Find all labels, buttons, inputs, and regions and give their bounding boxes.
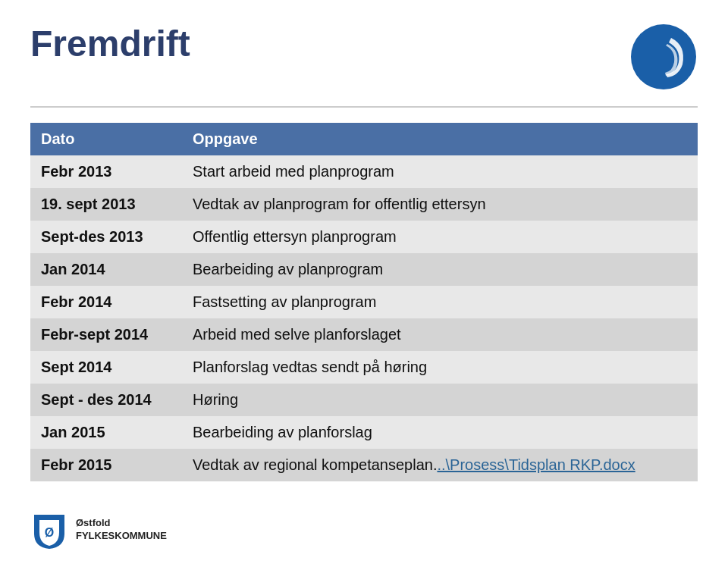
cell-dato: Febr 2015 [30,449,182,481]
cell-oppgave: Bearbeiding av planprogram [182,253,698,286]
table-row: Sept - des 2014Høring [30,384,698,416]
cell-oppgave: Bearbeiding av planforslag [182,416,698,449]
table-header-row: Dato Oppgave [30,123,698,155]
table-row: Sept 2014Planforslag vedtas sendt på hør… [30,351,698,384]
cell-dato: Febr 2014 [30,286,182,318]
table-row: Jan 2015Bearbeiding av planforslag [30,416,698,449]
footer: Ø Østfold FYLKESKOMMUNE [30,511,167,549]
cell-dato: Febr-sept 2014 [30,318,182,351]
header-divider [30,106,698,108]
cell-dato: Sept-des 2013 [30,221,182,253]
cell-oppgave: Offentlig ettersyn planprogram [182,221,698,253]
cell-oppgave: Vedtak av regional kompetanseplan...\Pro… [182,449,698,481]
svg-text:Ø: Ø [45,526,54,539]
header-area: Fremdrift [30,23,698,91]
col-oppgave-header: Oppgave [182,123,698,155]
cell-oppgave: Vedtak av planprogram for offentlig ette… [182,188,698,221]
cell-oppgave: Høring [182,384,698,416]
table-row: Febr 2015Vedtak av regional kompetansepl… [30,449,698,481]
cell-dato: Sept 2014 [30,351,182,384]
table-row: Sept-des 2013Offentlig ettersyn planprog… [30,221,698,253]
cell-dato: Febr 2013 [30,155,182,188]
cell-oppgave: Start arbeid med planprogram [182,155,698,188]
cell-dato: 19. sept 2013 [30,188,182,221]
cell-oppgave: Planforslag vedtas sendt på høring [182,351,698,384]
cell-dato: Jan 2014 [30,253,182,286]
svg-point-0 [631,24,696,89]
table-row: Jan 2014Bearbeiding av planprogram [30,253,698,286]
header-logo [629,23,698,91]
table-row: Febr 2014Fastsetting av planprogram [30,286,698,318]
table-row: Febr-sept 2014Arbeid med selve planforsl… [30,318,698,351]
document-link[interactable]: ..\Prosess\Tidsplan RKP.docx [437,456,635,473]
cell-oppgave: Arbeid med selve planforslaget [182,318,698,351]
page-title: Fremdrift [30,23,190,64]
table-row: Febr 2013Start arbeid med planprogram [30,155,698,188]
footer-logo-icon: Ø [30,511,68,549]
col-dato-header: Dato [30,123,182,155]
cell-dato: Jan 2015 [30,416,182,449]
cell-oppgave: Fastsetting av planprogram [182,286,698,318]
footer-org-name: Østfold FYLKESKOMMUNE [76,517,167,543]
cell-dato: Sept - des 2014 [30,384,182,416]
fremdrift-table: Dato Oppgave Febr 2013Start arbeid med p… [30,123,698,481]
table-row: 19. sept 2013Vedtak av planprogram for o… [30,188,698,221]
